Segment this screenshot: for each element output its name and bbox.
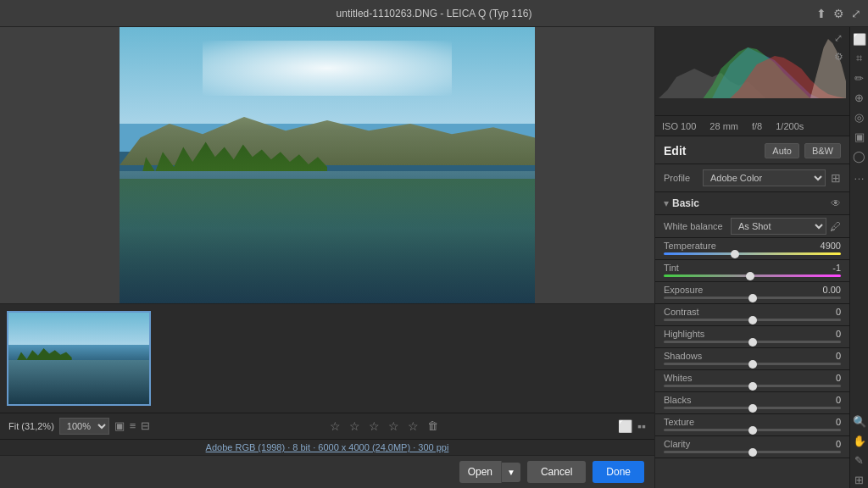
histogram-expand-icon[interactable]: ⤢ — [831, 30, 846, 46]
histogram-icons: ⤢ ⚙ — [831, 30, 846, 64]
vtool-hand[interactable]: ✋ — [851, 432, 868, 449]
whites-value: 0 — [815, 373, 841, 383]
export-icon[interactable]: ⬆ — [816, 7, 826, 20]
vtool-grid[interactable]: ⊞ — [851, 471, 868, 488]
star-5[interactable]: ☆ — [408, 419, 419, 433]
thumb-water — [8, 360, 149, 404]
shadows-track[interactable] — [664, 363, 841, 365]
tint-track[interactable] — [664, 274, 841, 277]
thumb-sky — [8, 313, 149, 345]
thumbnail[interactable] — [7, 311, 151, 406]
window-title: untitled-1110263.DNG - LEICA Q (Typ 116) — [337, 8, 532, 19]
single-view-icon[interactable]: ⬜ — [618, 419, 632, 433]
filmstrip-icon[interactable]: ▣ — [114, 419, 125, 432]
blacks-thumb[interactable] — [748, 404, 757, 413]
exposure-thumb[interactable] — [748, 294, 757, 302]
star-1[interactable]: ☆ — [330, 419, 341, 433]
title-bar-icons: ⬆ ⚙ ⤢ — [816, 7, 861, 20]
cancel-button[interactable]: Cancel — [527, 461, 586, 483]
open-arrow-button[interactable]: ▼ — [502, 463, 520, 482]
profile-grid-icon[interactable]: ⊞ — [831, 171, 841, 185]
exposure-value: 0.00 — [815, 285, 841, 295]
right-panel: ⤢ ⚙ ISO 100 28 mm f/8 1/200s Edit Auto B… — [654, 27, 849, 488]
title-bar: untitled-1110263.DNG - LEICA Q (Typ 116)… — [0, 0, 868, 27]
star-4[interactable]: ☆ — [388, 419, 399, 433]
bottom-toolbar: Fit (31,2%) 100% 50% Fit ▣ ≡ ⊟ ☆ ☆ ☆ ☆ ☆… — [0, 413, 654, 439]
exposure-track[interactable] — [664, 297, 841, 299]
histogram-area: ⤢ ⚙ — [655, 27, 849, 116]
filter-icon[interactable]: ⊟ — [141, 419, 150, 432]
bottom-buttons: Open ▼ Cancel Done — [0, 455, 654, 488]
exif-focal: 28 mm — [709, 121, 738, 131]
highlights-thumb[interactable] — [748, 338, 757, 347]
vtool-layers[interactable]: ▣ — [851, 128, 868, 145]
basic-title: Basic — [672, 197, 831, 209]
edit-header: Edit Auto B&W — [655, 136, 849, 164]
basic-eye-icon[interactable]: 👁 — [831, 197, 841, 209]
trash-icon[interactable]: 🗑 — [427, 419, 438, 432]
texture-thumb[interactable] — [748, 426, 757, 435]
clarity-thumb[interactable] — [748, 448, 757, 457]
status-text[interactable]: Adobe RGB (1998) · 8 bit · 6000 x 4000 (… — [206, 442, 449, 452]
profile-select[interactable]: Adobe Color Adobe Landscape Adobe Portra… — [703, 169, 826, 186]
done-button[interactable]: Done — [593, 461, 644, 483]
texture-track[interactable] — [664, 429, 841, 431]
histogram-settings-icon[interactable]: ⚙ — [831, 49, 846, 64]
texture-label: Texture — [664, 417, 694, 427]
contrast-track[interactable] — [664, 319, 841, 321]
shadows-label: Shadows — [664, 351, 702, 361]
vtool-more[interactable]: … — [851, 167, 868, 184]
vtool-eye[interactable]: ◎ — [851, 108, 868, 125]
highlights-row: Highlights 0 — [655, 326, 849, 348]
whites-thumb[interactable] — [748, 382, 757, 391]
tint-thumb[interactable] — [746, 272, 754, 280]
open-button-group: Open ▼ — [459, 461, 520, 483]
auto-button[interactable]: Auto — [765, 143, 799, 158]
star-3[interactable]: ☆ — [369, 419, 380, 433]
highlights-value: 0 — [815, 329, 841, 339]
edit-panel: Edit Auto B&W Profile Adobe Color Adobe … — [655, 136, 849, 488]
vtool-histogram[interactable]: ⬜ — [851, 30, 868, 47]
open-button[interactable]: Open — [459, 461, 502, 483]
temp-track[interactable] — [664, 252, 841, 255]
bt-left: Fit (31,2%) 100% 50% Fit ▣ ≡ ⊟ — [8, 418, 150, 435]
wb-select[interactable]: As Shot Auto Daylight Cloudy Custom — [731, 218, 826, 235]
contrast-value: 0 — [815, 307, 841, 317]
blacks-value: 0 — [815, 395, 841, 405]
highlights-track[interactable] — [664, 341, 841, 343]
eyedropper-icon[interactable]: 🖊 — [830, 220, 841, 233]
tint-row: Tint -1 — [655, 260, 849, 282]
shadows-thumb[interactable] — [748, 360, 757, 369]
profile-row: Profile Adobe Color Adobe Landscape Adob… — [655, 164, 849, 192]
vtool-edit2[interactable]: ✎ — [851, 452, 868, 469]
vtool-heal[interactable]: ⊕ — [851, 89, 868, 106]
split-view-icon[interactable]: ▪▪ — [637, 419, 646, 433]
expand-icon[interactable]: ⤢ — [851, 7, 861, 20]
blacks-row: Blacks 0 — [655, 392, 849, 414]
tint-value: -1 — [815, 263, 841, 273]
vtool-crop[interactable]: ⌗ — [851, 50, 868, 67]
vtool-circle[interactable]: ◯ — [851, 147, 868, 164]
star-2[interactable]: ☆ — [349, 419, 360, 433]
sort-icon[interactable]: ≡ — [130, 419, 136, 432]
vtool-brush[interactable]: ✏ — [851, 69, 868, 86]
filmstrip — [0, 303, 654, 413]
settings-icon[interactable]: ⚙ — [833, 7, 844, 20]
temp-label: Temperature — [664, 241, 716, 251]
exif-bar: ISO 100 28 mm f/8 1/200s — [655, 116, 849, 136]
contrast-label: Contrast — [664, 307, 699, 317]
blacks-label: Blacks — [664, 395, 691, 405]
clarity-label: Clarity — [664, 439, 690, 449]
texture-value: 0 — [815, 417, 841, 427]
contrast-thumb[interactable] — [748, 316, 757, 324]
whites-track[interactable] — [664, 385, 841, 387]
blacks-track[interactable] — [664, 407, 841, 409]
clarity-value: 0 — [815, 439, 841, 449]
temp-thumb[interactable] — [731, 250, 739, 258]
left-section: Fit (31,2%) 100% 50% Fit ▣ ≡ ⊟ ☆ ☆ ☆ ☆ ☆… — [0, 27, 654, 488]
zoom-select[interactable]: 100% 50% Fit — [59, 418, 109, 435]
clarity-track[interactable] — [664, 451, 841, 453]
bw-button[interactable]: B&W — [804, 143, 841, 158]
vtool-search[interactable]: 🔍 — [851, 413, 868, 430]
basic-header[interactable]: ▾ Basic 👁 — [655, 192, 849, 215]
